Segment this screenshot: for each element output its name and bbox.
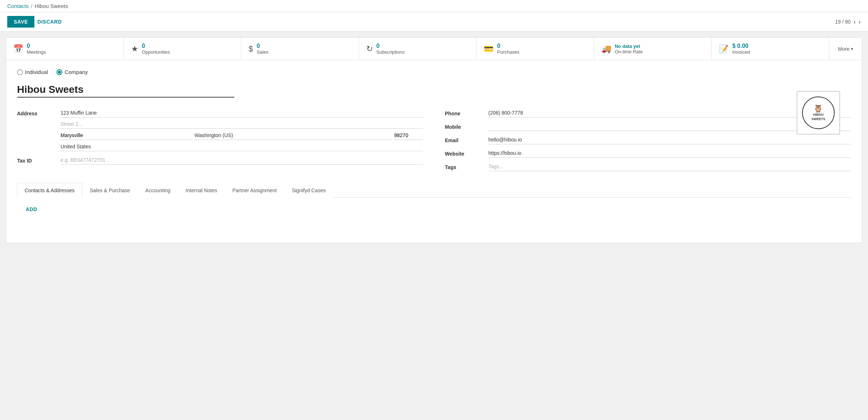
tabs-row: Contacts & Addresses Sales & Purchase Ac… (17, 183, 851, 198)
individual-radio[interactable] (17, 69, 23, 75)
tags-row: Tags (445, 162, 851, 171)
individual-option[interactable]: Individual (17, 69, 48, 75)
discard-button[interactable]: DISCARD (37, 19, 62, 25)
form-columns: Address Washington (US) (17, 108, 851, 176)
right-column: Phone Mobile Email (445, 108, 851, 176)
truck-icon: 🚚 (601, 44, 611, 54)
logo-text: HIBOU SWEETS (811, 113, 825, 121)
email-input[interactable] (488, 135, 851, 144)
phone-label: Phone (445, 108, 488, 116)
address-label: Address (17, 108, 60, 116)
subscriptions-count: 0 (376, 43, 380, 49)
subscriptions-label: Subscriptions (376, 49, 405, 55)
purchases-label: Purchases (497, 49, 519, 55)
invoiced-amount: $ 0.00 (732, 43, 748, 49)
tags-input[interactable] (488, 162, 851, 171)
tab-internal-notes[interactable]: Internal Notes (178, 183, 225, 198)
main-card: 📅 0 Meetings ★ 0 Opportunities $ 0 Sales… (6, 37, 862, 243)
tags-label: Tags (445, 162, 488, 170)
tab-signifyd-cases[interactable]: Signifyd Cases (284, 183, 333, 198)
type-radio-group: Individual Company (17, 69, 851, 75)
company-radio[interactable] (57, 69, 62, 75)
star-icon: ★ (131, 44, 138, 54)
ontime-nodatayet: No data yet (615, 44, 640, 49)
company-option[interactable]: Company (57, 69, 88, 75)
breadcrumb-bar: Contacts / Hibou Sweets (0, 0, 868, 12)
country-select[interactable]: United States (60, 142, 423, 151)
mobile-row: Mobile (445, 122, 851, 131)
breadcrumb-link[interactable]: Contacts (7, 3, 29, 9)
email-label: Email (445, 135, 488, 143)
add-button[interactable]: ADD (26, 206, 37, 212)
dollar-icon: $ (249, 44, 253, 54)
invoiced-label: Invoiced (732, 49, 750, 55)
left-column: Address Washington (US) (17, 108, 423, 176)
address-inputs: Washington (US) United States (60, 108, 423, 151)
purchases-count: 0 (497, 43, 500, 49)
refresh-icon: ↻ (366, 44, 373, 54)
tab-accounting[interactable]: Accounting (138, 183, 178, 198)
save-button[interactable]: SAVE (7, 16, 34, 28)
email-inputs (488, 135, 851, 144)
website-label: Website (445, 149, 488, 157)
action-bar: SAVE DISCARD 19 / 80 ‹ › (0, 12, 868, 32)
street1-input[interactable] (60, 108, 423, 118)
form-area: Individual Company 🦉 HIBOU SWEETS (6, 60, 862, 243)
more-button[interactable]: More ▾ (829, 38, 862, 60)
meetings-button[interactable]: 📅 0 Meetings (6, 38, 124, 60)
tab-content: ADD (17, 198, 851, 234)
breadcrumb-separator: / (31, 3, 32, 9)
sales-count: 0 (256, 43, 260, 49)
prev-page-button[interactable]: ‹ (854, 18, 856, 25)
invoiced-button[interactable]: 📝 $ 0.00 Invoiced (711, 38, 829, 60)
individual-label: Individual (25, 69, 48, 75)
opportunities-count: 0 (142, 43, 145, 49)
tab-contacts-addresses[interactable]: Contacts & Addresses (17, 183, 82, 198)
country-row: United States (60, 142, 423, 151)
breadcrumb: Contacts / Hibou Sweets (7, 3, 68, 9)
breadcrumb-current: Hibou Sweets (34, 3, 68, 9)
city-input[interactable] (60, 131, 192, 140)
opportunities-label: Opportunities (142, 49, 170, 55)
mobile-label: Mobile (445, 122, 488, 130)
taxid-inputs (60, 156, 423, 165)
phone-row: Phone (445, 108, 851, 118)
calendar-icon: 📅 (13, 44, 23, 54)
subscriptions-button[interactable]: ↻ 0 Subscriptions (359, 38, 477, 60)
taxid-input[interactable] (60, 156, 423, 165)
action-buttons: SAVE DISCARD (7, 16, 62, 28)
tab-sales-purchase[interactable]: Sales & Purchase (82, 183, 138, 198)
city-zip-row: Washington (US) (60, 131, 423, 140)
email-row: Email (445, 135, 851, 144)
next-page-button[interactable]: › (859, 18, 861, 25)
zip-input[interactable] (394, 131, 423, 140)
tab-partner-assignment[interactable]: Partner Assignment (225, 183, 284, 198)
website-input[interactable] (488, 149, 851, 158)
chevron-down-icon: ▾ (851, 46, 853, 52)
pagination-count: 19 / 80 (835, 19, 851, 25)
ontime-label: On-time Rate (615, 49, 643, 54)
state-select[interactable]: Washington (US) (195, 131, 391, 140)
ontime-button[interactable]: 🚚 No data yet On-time Rate (594, 38, 712, 60)
taxid-label: Tax ID (17, 156, 60, 164)
company-label: Company (64, 69, 88, 75)
opportunities-button[interactable]: ★ 0 Opportunities (124, 38, 242, 60)
creditcard-icon: 💳 (484, 44, 493, 54)
pagination: 19 / 80 ‹ › (835, 18, 861, 25)
smart-buttons-bar: 📅 0 Meetings ★ 0 Opportunities $ 0 Sales… (6, 38, 862, 60)
company-name-section: 🦉 HIBOU SWEETS (17, 82, 851, 108)
sales-button[interactable]: $ 0 Sales (241, 38, 359, 60)
taxid-row: Tax ID (17, 156, 423, 165)
invoice-icon: 📝 (719, 44, 729, 54)
meetings-count: 0 (27, 43, 30, 49)
address-row: Address Washington (US) (17, 108, 423, 151)
sales-label: Sales (256, 49, 268, 55)
street2-input[interactable] (60, 120, 423, 129)
purchases-button[interactable]: 💳 0 Purchases (476, 38, 594, 60)
more-label: More (838, 46, 850, 52)
logo-inner: 🦉 HIBOU SWEETS (802, 96, 835, 129)
owl-emoji-icon: 🦉 (814, 104, 823, 113)
website-inputs (488, 149, 851, 158)
website-row: Website (445, 149, 851, 158)
company-name-input[interactable] (17, 82, 234, 98)
